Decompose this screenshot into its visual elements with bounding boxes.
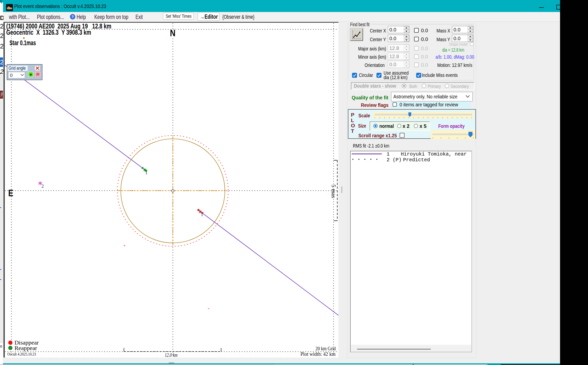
svg-text:Geocentric X 1326.3 Y 3908.: Geocentric X 1326.3 Y 3908.3 km	[6, 28, 91, 36]
svg-text:Star 0.1mas: Star 0.1mas	[9, 39, 36, 47]
svg-text:1: 1	[201, 211, 203, 217]
svg-text:N: N	[170, 28, 175, 38]
svg-text:5 mas: 5 mas	[330, 184, 337, 198]
svg-text:Plot width: 42 km: Plot width: 42 km	[300, 351, 336, 357]
svg-text:12.0 km: 12.0 km	[165, 352, 177, 358]
svg-text:20 km Grid: 20 km Grid	[315, 346, 336, 351]
svg-text:Reappear: Reappear	[14, 345, 37, 351]
svg-text:2: 2	[41, 183, 44, 189]
svg-text:1: 1	[145, 170, 148, 175]
svg-text:Occult 4.2025.10.23: Occult 4.2025.10.23	[7, 352, 36, 356]
svg-text:E: E	[8, 188, 13, 198]
